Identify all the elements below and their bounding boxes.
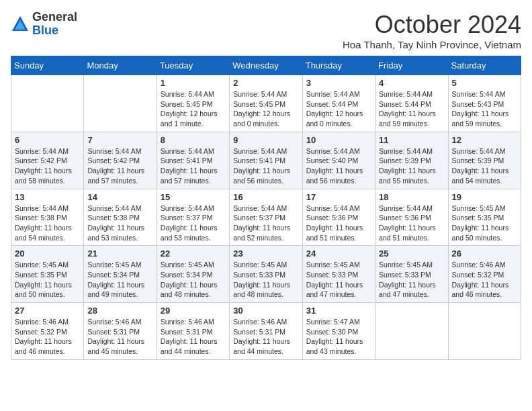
calendar-header: SundayMondayTuesdayWednesdayThursdayFrid… [11,56,521,75]
calendar-cell: 13Sunrise: 5:44 AM Sunset: 5:38 PM Dayli… [11,189,84,246]
calendar-cell: 1Sunrise: 5:44 AM Sunset: 5:45 PM Daylig… [157,75,229,132]
calendar-cell: 17Sunrise: 5:44 AM Sunset: 5:36 PM Dayli… [302,189,375,246]
day-info: Sunrise: 5:44 AM Sunset: 5:44 PM Dayligh… [306,89,371,129]
calendar-cell: 3Sunrise: 5:44 AM Sunset: 5:44 PM Daylig… [302,75,375,132]
calendar-cell: 10Sunrise: 5:44 AM Sunset: 5:40 PM Dayli… [302,132,375,189]
day-number: 18 [379,192,444,202]
day-info: Sunrise: 5:44 AM Sunset: 5:42 PM Dayligh… [15,146,80,186]
day-info: Sunrise: 5:44 AM Sunset: 5:41 PM Dayligh… [233,146,298,186]
day-number: 16 [233,192,298,202]
location-subtitle: Hoa Thanh, Tay Ninh Province, Vietnam [343,39,521,50]
logo-blue-text: Blue [32,24,58,37]
day-number: 19 [452,192,517,202]
calendar-cell: 26Sunrise: 5:46 AM Sunset: 5:32 PM Dayli… [448,246,521,303]
calendar-table: SundayMondayTuesdayWednesdayThursdayFrid… [11,56,521,360]
day-number: 12 [452,135,517,145]
day-info: Sunrise: 5:44 AM Sunset: 5:36 PM Dayligh… [379,203,444,243]
calendar-cell: 16Sunrise: 5:44 AM Sunset: 5:37 PM Dayli… [230,189,302,246]
day-number: 27 [15,306,80,316]
calendar-cell: 15Sunrise: 5:44 AM Sunset: 5:37 PM Dayli… [157,189,229,246]
calendar-cell: 23Sunrise: 5:45 AM Sunset: 5:33 PM Dayli… [230,246,302,303]
day-info: Sunrise: 5:45 AM Sunset: 5:35 PM Dayligh… [452,203,517,243]
day-number: 29 [161,306,226,316]
day-info: Sunrise: 5:44 AM Sunset: 5:43 PM Dayligh… [452,89,517,129]
day-info: Sunrise: 5:44 AM Sunset: 5:39 PM Dayligh… [379,146,444,186]
day-info: Sunrise: 5:46 AM Sunset: 5:32 PM Dayligh… [15,317,80,357]
day-info: Sunrise: 5:44 AM Sunset: 5:45 PM Dayligh… [161,89,226,129]
weekday-header-tuesday: Tuesday [157,56,229,75]
calendar-week-5: 27Sunrise: 5:46 AM Sunset: 5:32 PM Dayli… [11,303,521,360]
calendar-cell: 22Sunrise: 5:45 AM Sunset: 5:34 PM Dayli… [157,246,229,303]
day-info: Sunrise: 5:44 AM Sunset: 5:37 PM Dayligh… [161,203,226,243]
day-info: Sunrise: 5:44 AM Sunset: 5:39 PM Dayligh… [452,146,517,186]
calendar-week-4: 20Sunrise: 5:45 AM Sunset: 5:35 PM Dayli… [11,246,521,303]
calendar-cell: 29Sunrise: 5:46 AM Sunset: 5:31 PM Dayli… [157,303,229,360]
title-block: October 2024 Hoa Thanh, Tay Ninh Provinc… [343,11,521,50]
calendar-cell: 8Sunrise: 5:44 AM Sunset: 5:41 PM Daylig… [157,132,229,189]
calendar-cell [448,303,521,360]
calendar-cell: 21Sunrise: 5:45 AM Sunset: 5:34 PM Dayli… [84,246,157,303]
calendar-body: 1Sunrise: 5:44 AM Sunset: 5:45 PM Daylig… [11,75,521,360]
header-row: SundayMondayTuesdayWednesdayThursdayFrid… [11,56,521,75]
day-info: Sunrise: 5:46 AM Sunset: 5:31 PM Dayligh… [233,317,298,357]
day-number: 5 [452,78,517,88]
calendar-cell: 2Sunrise: 5:44 AM Sunset: 5:45 PM Daylig… [230,75,302,132]
calendar-cell: 5Sunrise: 5:44 AM Sunset: 5:43 PM Daylig… [448,75,521,132]
day-info: Sunrise: 5:44 AM Sunset: 5:42 PM Dayligh… [87,146,152,186]
calendar-cell: 7Sunrise: 5:44 AM Sunset: 5:42 PM Daylig… [84,132,157,189]
day-info: Sunrise: 5:45 AM Sunset: 5:33 PM Dayligh… [306,260,371,300]
calendar-cell: 11Sunrise: 5:44 AM Sunset: 5:39 PM Dayli… [375,132,448,189]
calendar-cell: 31Sunrise: 5:47 AM Sunset: 5:30 PM Dayli… [302,303,375,360]
day-number: 4 [379,78,444,88]
day-info: Sunrise: 5:44 AM Sunset: 5:37 PM Dayligh… [233,203,298,243]
day-info: Sunrise: 5:46 AM Sunset: 5:31 PM Dayligh… [161,317,226,357]
day-number: 3 [306,78,371,88]
day-number: 15 [161,192,226,202]
calendar-cell [11,75,84,132]
day-info: Sunrise: 5:45 AM Sunset: 5:34 PM Dayligh… [161,260,226,300]
day-number: 28 [87,306,152,316]
calendar-week-3: 13Sunrise: 5:44 AM Sunset: 5:38 PM Dayli… [11,189,521,246]
logo: General Blue [11,11,77,38]
page-header: General Blue October 2024 Hoa Thanh, Tay… [11,11,521,50]
weekday-header-thursday: Thursday [302,56,375,75]
day-info: Sunrise: 5:44 AM Sunset: 5:41 PM Dayligh… [161,146,226,186]
day-number: 22 [161,248,226,259]
calendar-cell: 24Sunrise: 5:45 AM Sunset: 5:33 PM Dayli… [302,246,375,303]
day-number: 1 [161,78,226,88]
day-info: Sunrise: 5:45 AM Sunset: 5:35 PM Dayligh… [15,260,80,300]
day-number: 26 [452,248,517,259]
day-info: Sunrise: 5:44 AM Sunset: 5:40 PM Dayligh… [306,146,371,186]
day-info: Sunrise: 5:46 AM Sunset: 5:31 PM Dayligh… [87,317,152,357]
day-number: 24 [306,248,371,259]
day-number: 20 [15,248,80,259]
day-number: 31 [306,306,371,316]
calendar-cell [84,75,157,132]
day-number: 21 [87,248,152,259]
calendar-cell: 9Sunrise: 5:44 AM Sunset: 5:41 PM Daylig… [230,132,302,189]
day-number: 8 [161,135,226,145]
calendar-cell [375,303,448,360]
day-number: 17 [306,192,371,202]
day-info: Sunrise: 5:44 AM Sunset: 5:38 PM Dayligh… [15,203,80,243]
month-title: October 2024 [343,11,521,39]
day-number: 10 [306,135,371,145]
day-info: Sunrise: 5:47 AM Sunset: 5:30 PM Dayligh… [306,317,371,357]
day-number: 25 [379,248,444,259]
weekday-header-monday: Monday [84,56,157,75]
day-number: 30 [233,306,298,316]
day-info: Sunrise: 5:45 AM Sunset: 5:33 PM Dayligh… [379,260,444,300]
day-number: 9 [233,135,298,145]
day-info: Sunrise: 5:45 AM Sunset: 5:33 PM Dayligh… [233,260,298,300]
day-number: 11 [379,135,444,145]
day-number: 2 [233,78,298,88]
weekday-header-friday: Friday [375,56,448,75]
calendar-week-1: 1Sunrise: 5:44 AM Sunset: 5:45 PM Daylig… [11,75,521,132]
calendar-cell: 6Sunrise: 5:44 AM Sunset: 5:42 PM Daylig… [11,132,84,189]
weekday-header-sunday: Sunday [11,56,84,75]
weekday-header-saturday: Saturday [448,56,521,75]
calendar-cell: 28Sunrise: 5:46 AM Sunset: 5:31 PM Dayli… [84,303,157,360]
day-info: Sunrise: 5:44 AM Sunset: 5:44 PM Dayligh… [379,89,444,129]
calendar-cell: 4Sunrise: 5:44 AM Sunset: 5:44 PM Daylig… [375,75,448,132]
day-number: 6 [15,135,80,145]
